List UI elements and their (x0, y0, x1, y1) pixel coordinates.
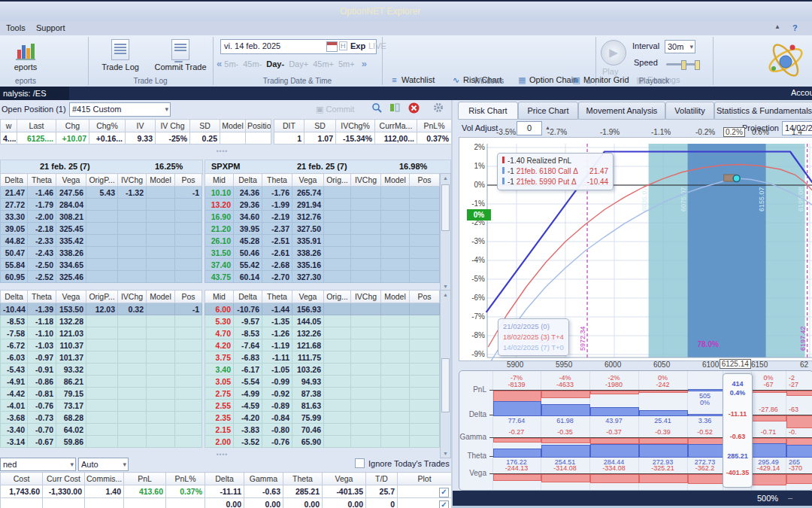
reports-button[interactable]: eports (0, 39, 56, 71)
call-expiry-band-right[interactable]: SPXPM 21 feb. 25 (7) 16.98% (205, 160, 451, 175)
commit-position-button[interactable]: ▣ Commit (316, 105, 354, 114)
grid-row[interactable]: -10.44-1.39153.5012.030.32-1 (1, 303, 202, 315)
trading-date-input[interactable]: vi. 14 feb. 2025 H Exp LIVE (220, 39, 377, 54)
column-header[interactable]: Chg% (89, 120, 126, 132)
column-header[interactable]: Model (220, 120, 246, 132)
splitter-handle[interactable]: ▪▪▪▪ (217, 451, 228, 458)
vol-adjust-stepper[interactable]: 0 ▲▼ (517, 121, 542, 135)
time-step-45m+[interactable]: 45m+ (313, 59, 334, 68)
column-header[interactable]: Pos (175, 291, 202, 303)
live-label[interactable]: LIVE (368, 41, 386, 50)
column-header[interactable]: IV Chg (156, 120, 190, 132)
column-header[interactable]: PnL (124, 473, 166, 485)
tab-volatility[interactable]: Volatility (665, 102, 714, 120)
speed-slider[interactable] (666, 63, 699, 65)
column-header[interactable]: Pos (410, 291, 440, 303)
group-expand-icon[interactable]: ◢ (586, 78, 591, 84)
grid-row[interactable]: 55.84-2.50334.65 (1, 259, 202, 271)
tab-movement-analysis[interactable]: Movement Analysis (578, 102, 665, 120)
column-header[interactable]: Mid (205, 174, 234, 187)
column-header[interactable]: Delta (1, 291, 28, 303)
column-header[interactable]: Theta (28, 291, 56, 303)
time-step-Day-[interactable]: Day- (266, 59, 284, 68)
column-header[interactable]: SD (304, 120, 336, 132)
grid-row[interactable]: 60.95-2.52325.46 (1, 271, 202, 283)
grid-row[interactable]: 2.15-3.83-0.8070.46 (205, 424, 440, 436)
column-header[interactable]: Mid (205, 291, 234, 303)
menu-tools[interactable]: Tools (6, 23, 26, 32)
tab-analysis-es[interactable]: nalysis: /ES (0, 87, 69, 100)
column-header[interactable]: Vega (323, 473, 366, 485)
grid-row[interactable]: -3.68-0.7368.28 (1, 412, 202, 424)
put-grid-scrollbar[interactable]: ▲ ▼ (440, 290, 451, 458)
tab-statistics-fundamentals[interactable]: Statistics & Fundamentals (714, 102, 812, 120)
search-icon[interactable] (370, 102, 383, 116)
zoom-level[interactable]: 500% (757, 494, 778, 503)
column-header[interactable]: Gamma (244, 473, 283, 485)
time-step-5m+[interactable]: 5m+ (338, 59, 355, 68)
column-header[interactable]: Vega (56, 174, 86, 187)
scrollbar-thumb[interactable] (441, 184, 450, 231)
grid-row[interactable]: 13.2029.36-1.99291.94 (205, 199, 440, 211)
column-header[interactable]: Vega (292, 174, 324, 187)
column-header[interactable]: Last (17, 120, 56, 132)
scroll-up-icon[interactable]: ▲ (441, 292, 450, 297)
column-header[interactable]: OrigP... (86, 291, 118, 303)
column-header[interactable]: IV (126, 120, 156, 132)
column-header[interactable]: Orig... (324, 291, 351, 303)
grid-row[interactable]: 16.9034.60-2.19312.76 (205, 211, 440, 223)
calendar-icon[interactable] (326, 41, 338, 52)
grid-row[interactable]: 37.4055.42-2.68335.16 (205, 259, 440, 271)
grid-row[interactable]: -4.42-0.8179.15 (1, 388, 202, 400)
column-header[interactable]: Model (381, 291, 410, 303)
grid-row[interactable]: 0.000.000.000.000✓ (1, 498, 452, 508)
column-header[interactable]: PnL% (417, 120, 452, 132)
position-select[interactable]: #415 Custom (69, 102, 171, 117)
column-header[interactable]: Theta (283, 473, 323, 485)
grid-row[interactable]: 33.30-2.00308.21 (1, 211, 202, 223)
grid-row[interactable]: -3.14-0.6759.86 (1, 436, 202, 448)
column-header[interactable]: PnL% (166, 473, 205, 485)
settings-gear-icon[interactable] (432, 102, 445, 116)
column-header[interactable]: Vega (292, 291, 324, 303)
ignore-trades-checkbox[interactable] (355, 458, 365, 468)
column-header[interactable]: Cost (1, 473, 43, 485)
time-step-5m-[interactable]: 5m- (224, 59, 238, 68)
strategy-select[interactable]: ned (0, 458, 76, 471)
grid-row[interactable]: 44.82-2.33335.42 (1, 235, 202, 247)
scroll-down-icon[interactable]: ▼ (441, 451, 450, 456)
greeks-histogram[interactable]: PnL-7%-8139-4%-4633-2%-19800%-2425050%0%… (459, 370, 812, 491)
play-button[interactable]: ▶ (601, 40, 626, 65)
grid-row[interactable]: 1,743.60-1,330.001.40413.600.37%-11.11-0… (1, 485, 452, 498)
column-header[interactable]: Orig... (324, 174, 351, 187)
column-header[interactable]: Model (147, 174, 175, 187)
ribbon-collapse-icon[interactable]: ▲ (774, 23, 780, 30)
column-header[interactable]: Curr Cost (43, 473, 85, 485)
column-header[interactable]: IVChg (351, 291, 381, 303)
scrollbar-thumb[interactable] (441, 358, 450, 412)
columns-icon[interactable] (388, 102, 401, 116)
call-grid-scrollbar[interactable]: ▲ ▼ (440, 173, 451, 291)
column-header[interactable]: Plot (398, 473, 452, 485)
column-header[interactable]: IVChg (351, 174, 381, 187)
time-step-Day+[interactable]: Day+ (289, 59, 308, 68)
column-header[interactable]: Delta (234, 174, 262, 187)
column-header[interactable]: Delta (234, 291, 262, 303)
plot-checkbox[interactable]: ✓ (439, 488, 449, 497)
zoom-slider-icon[interactable]: – (788, 493, 792, 502)
exp-label[interactable]: Exp (350, 41, 365, 50)
commit-trade-button[interactable]: + Commit Trade (149, 39, 212, 71)
menu-support[interactable]: Support (36, 23, 65, 32)
column-header[interactable]: IVChg (118, 291, 147, 303)
step-back-icon[interactable]: « (217, 58, 222, 69)
grid-row[interactable]: 11.07-15.34%112,00...0.37% (274, 132, 452, 144)
grid-row[interactable]: 21.2039.95-2.37327.50 (205, 223, 440, 235)
time-step-45m-[interactable]: 45m- (243, 59, 262, 68)
column-header[interactable]: CurrMa... (375, 120, 417, 132)
column-header[interactable]: Model (381, 174, 410, 187)
grid-row[interactable]: 10.1024.36-1.76265.74 (205, 187, 440, 199)
trade-log-button[interactable]: Trade Log (96, 39, 144, 71)
grid-row[interactable]: 3.40-6.17-1.05103.26 (205, 364, 440, 376)
grid-row[interactable]: 4.70-8.53-1.26132.26 (205, 327, 440, 339)
grid-row[interactable]: -6.03-0.97101.37 (1, 351, 202, 364)
